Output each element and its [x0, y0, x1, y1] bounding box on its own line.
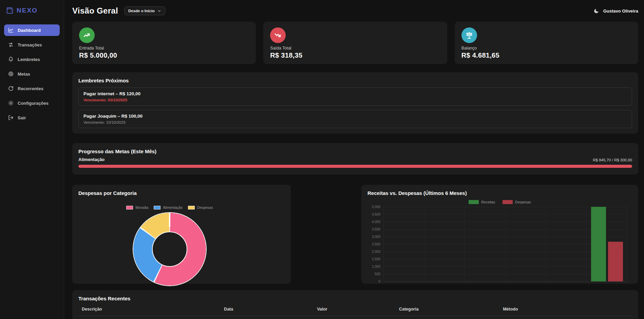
goal-progress-fill [78, 165, 632, 168]
topbar: Visão Geral Desde o Início Gustavo Olive… [72, 0, 638, 22]
legend-swatch [126, 206, 133, 210]
bar-chart-column [506, 207, 546, 281]
bar-chart-columns [384, 207, 627, 281]
column-header: Categoria [399, 307, 503, 312]
sidebar-item-transacoes[interactable]: Transações [4, 39, 60, 51]
sidebar-item-label: Recorrentes [18, 86, 43, 91]
stat-label: Entrada Total [79, 46, 249, 51]
goal-progress-track [78, 165, 632, 168]
legend-swatch [154, 206, 160, 210]
bar-chart-plot [383, 207, 627, 281]
legend-label: Alimentação [163, 205, 183, 210]
reminder-title: Pagar internet – R$ 120,00 [83, 91, 627, 96]
sidebar: NEXO Dashboard Transações Lembretes Meta… [0, 0, 64, 319]
moon-icon [593, 8, 599, 14]
bar-chart-column [424, 207, 465, 281]
goals-title: Progresso das Metas (Este Mês) [78, 148, 632, 154]
bar-chart-column [587, 207, 627, 281]
gridline [384, 281, 627, 282]
stat-card-balanco: Balanço R$ 4.681,65 [455, 22, 638, 64]
bar-chart-legend: ReceitasDespesas [367, 200, 632, 204]
legend-swatch [503, 200, 513, 204]
column-header: Método [503, 307, 629, 312]
recent-transactions-panel: Transações Recentes Descrição Data Valor… [72, 290, 638, 319]
y-tick-label: 3.000 [372, 235, 380, 239]
column-header: Descrição [82, 307, 224, 312]
goals-panel: Progresso das Metas (Este Mês) Alimentaç… [72, 143, 638, 175]
y-tick-label: 0 [378, 280, 380, 283]
bell-icon [8, 57, 14, 62]
goal-amount: R$ 845,70 / R$ 300,00 [593, 158, 632, 162]
sidebar-item-configuracoes[interactable]: Configurações [4, 97, 60, 109]
stat-value: R$ 5.000,00 [79, 52, 249, 59]
legend-item[interactable]: Alimentação [154, 205, 183, 210]
main-content: Visão Geral Desde o Início Gustavo Olive… [64, 0, 644, 319]
theme-toggle-button[interactable] [593, 8, 599, 14]
sidebar-item-label: Metas [18, 72, 30, 77]
y-tick-label: 2.500 [372, 242, 380, 246]
bar-chart-y-axis: 5.0004.5004.0003.5003.0002.5002.0001.500… [367, 207, 380, 281]
bar-chart-column [465, 207, 506, 281]
legend-item[interactable]: Despesas [188, 205, 213, 210]
stat-card-saida: Saída Total R$ 318,35 [263, 22, 447, 64]
legend-label: Despesas [515, 200, 531, 204]
legend-item[interactable]: Receitas [469, 200, 495, 204]
bar-chart-title: Receitas vs. Despesas (Últimos 6 Meses) [367, 190, 632, 196]
trend-down-icon [270, 27, 286, 43]
legend-swatch [469, 200, 479, 204]
stat-card-entrada: Entrada Total R$ 5.000,00 [72, 22, 256, 64]
y-tick-label: 2.000 [372, 250, 380, 254]
bar-chart: 5.0004.5004.0003.5003.0002.5002.0001.500… [367, 207, 632, 283]
income-vs-expenses-card: Receitas vs. Despesas (Últimos 6 Meses) … [361, 185, 638, 284]
transactions-title: Transações Recentes [78, 296, 632, 301]
sidebar-item-metas[interactable]: Metas [4, 68, 60, 80]
sidebar-item-lembretes[interactable]: Lembretes [4, 54, 60, 65]
sidebar-item-label: Lembretes [18, 57, 40, 62]
refresh-icon [8, 86, 14, 91]
reminder-due-date: Vencimento: 10/10/2025 [83, 120, 627, 124]
sidebar-item-label: Sair [18, 115, 26, 120]
transactions-table-header: Descrição Data Valor Categoria Método [78, 307, 632, 316]
period-filter-value: Desde o Início [128, 9, 155, 13]
gear-icon [8, 100, 14, 106]
legend-item[interactable]: Moradia [126, 205, 148, 210]
sidebar-item-dashboard[interactable]: Dashboard [4, 24, 60, 36]
app-name: NEXO [17, 7, 38, 14]
legend-label: Receitas [481, 200, 495, 204]
y-tick-label: 500 [375, 272, 380, 276]
donut-hole [152, 232, 187, 267]
stats-row: Entrada Total R$ 5.000,00 Saída Total R$… [72, 22, 638, 64]
goal-name: Alimentação [78, 157, 105, 162]
charts-row: Despesas por Categoria MoradiaAlimentaçã… [72, 185, 638, 284]
sidebar-item-label: Dashboard [18, 28, 41, 33]
stat-label: Balanço [461, 46, 631, 51]
user-name: Gustavo Oliveira [603, 8, 638, 14]
stat-label: Saída Total [270, 46, 440, 51]
goal-row: Alimentação R$ 845,70 / R$ 300,00 [78, 157, 632, 168]
stat-value: R$ 4.681,65 [461, 52, 631, 59]
stat-value: R$ 318,35 [270, 52, 440, 59]
scale-icon [461, 27, 477, 43]
chevron-down-icon [157, 9, 161, 13]
sidebar-item-label: Transações [18, 42, 42, 47]
pie-chart-legend: MoradiaAlimentaçãoDespesas [126, 205, 213, 210]
bar-receitas[interactable] [591, 207, 606, 281]
sidebar-item-label: Configurações [18, 101, 49, 106]
legend-item[interactable]: Despesas [503, 200, 531, 204]
trend-up-icon [79, 27, 95, 43]
sidebar-item-recorrentes[interactable]: Recorrentes [4, 83, 60, 94]
reminders-title: Lembretes Próximos [78, 78, 632, 83]
reminder-item[interactable]: Pagar internet – R$ 120,00 Vencimento: 0… [78, 87, 632, 106]
y-tick-label: 1.000 [372, 265, 380, 268]
sidebar-item-sair[interactable]: Sair [4, 112, 60, 123]
wallet-icon [6, 7, 14, 14]
bar-chart-column [546, 207, 587, 281]
expenses-by-category-card: Despesas por Categoria MoradiaAlimentaçã… [72, 185, 291, 284]
column-header: Data [224, 307, 317, 312]
bar-despesas[interactable] [608, 242, 623, 281]
sidebar-nav: Dashboard Transações Lembretes Metas Rec… [4, 24, 60, 123]
legend-swatch [188, 206, 195, 210]
period-filter-select[interactable]: Desde o Início [124, 6, 165, 15]
reminder-item[interactable]: Pagar Joaquim – R$ 100,00 Vencimento: 10… [78, 110, 632, 128]
reminders-panel: Lembretes Próximos Pagar internet – R$ 1… [72, 72, 638, 134]
